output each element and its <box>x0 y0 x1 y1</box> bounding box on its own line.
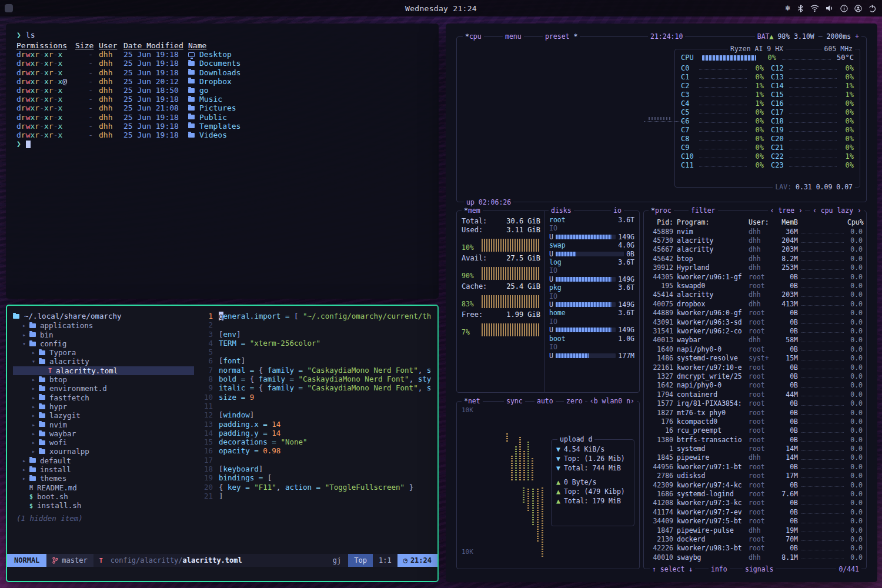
process-row[interactable]: 1 systemd root 14M 0.0 <box>647 444 863 453</box>
process-row[interactable]: 40075 dropbox dhh 413M 0.0 <box>647 299 863 308</box>
editor-line[interactable]: 18[keyboard] <box>195 465 437 473</box>
preset-button[interactable]: preset * <box>543 32 580 41</box>
editor-line[interactable]: 15decorations = "None" <box>195 437 437 446</box>
process-row[interactable]: 31541 kworker/u96:2-co root 0B 0.0 <box>647 326 863 335</box>
editor-line[interactable]: 20{ key = "F11", action = "ToggleFullscr… <box>195 483 437 492</box>
tree-item[interactable]: ▸ default <box>13 456 195 465</box>
tab-net[interactable]: *net <box>462 397 483 405</box>
tree-item[interactable]: ▸ nvim <box>13 420 195 429</box>
menu-icon[interactable] <box>5 4 13 12</box>
process-row[interactable]: 195 kswapd0 root 0B 0.0 <box>647 281 863 290</box>
col-pid[interactable]: Pid: <box>647 218 673 226</box>
tree-item[interactable]: ▸ wofi <box>13 438 195 447</box>
editor-line[interactable]: 7normal = { family = "CaskaydiaMono Nerd… <box>195 366 437 375</box>
process-row[interactable]: 2130 dockerd root 70M 0.0 <box>647 534 863 543</box>
tree-item[interactable]: ▸ environment.d <box>13 384 195 393</box>
window-ls-terminal[interactable]: ❯ ls Permissions Size User Date Modified… <box>6 24 439 299</box>
net-auto-toggle[interactable]: auto <box>534 397 556 405</box>
editor-line[interactable]: 16opacity = 0.98 <box>195 446 437 455</box>
process-row[interactable]: 45414 alacritty dhh 203M 0.0 <box>647 290 863 299</box>
col-mem[interactable]: MemB <box>776 218 798 226</box>
process-row[interactable]: 43091 kworker/u96:3-sd root 0B 0.0 <box>647 318 863 326</box>
editor-line[interactable]: 14padding.y = 14 <box>195 429 437 437</box>
editor-line[interactable]: 17 <box>195 456 437 465</box>
process-row[interactable]: 45642 btop dhh 8.2M 0.0 <box>647 254 863 263</box>
net-interface[interactable]: ‹b wlan0 n› <box>587 397 637 405</box>
process-row[interactable]: 1827 mt76-tx phy0 root 0B 0.0 <box>647 408 863 417</box>
tab-proc[interactable]: *proc <box>649 206 674 215</box>
process-row[interactable]: 1845 pipewire dhh 14M 0.0 <box>647 453 863 462</box>
select-controls[interactable]: ↑ select ↓ <box>650 565 695 573</box>
editor-pane[interactable]: 1general.import = [ "~/.config/omarchy/c… <box>195 306 437 554</box>
process-row[interactable]: 1640 napi/phy0-0 root 0B 0.0 <box>647 345 863 353</box>
tree-item[interactable]: ▸ waybar <box>13 429 195 438</box>
process-row[interactable]: 1486 systemd-resolve syst+ 15M 0.0 <box>647 353 863 362</box>
tree-item[interactable]: ▸ btop <box>13 375 195 384</box>
tree-item[interactable]: ▸ themes <box>13 474 195 483</box>
editor-line[interactable]: 13padding.x = 14 <box>195 420 437 429</box>
process-row[interactable]: 1847 pipewire-pulse dhh 19M 0.0 <box>647 526 863 534</box>
net-sync-toggle[interactable]: sync <box>504 397 525 405</box>
col-cpu[interactable]: Cpu% <box>847 218 863 226</box>
col-program[interactable]: Program: <box>677 218 745 226</box>
tab-cpu[interactable]: *cpu <box>463 32 484 41</box>
editor-line[interactable]: 3[env] <box>195 330 437 339</box>
process-row[interactable]: 16 rcu_preempt root 0B 0.0 <box>647 426 863 435</box>
process-row[interactable]: 44956 kworker/u97:1-bt root 0B 0.0 <box>647 462 863 471</box>
tab-mem[interactable]: *mem <box>462 206 483 215</box>
process-row[interactable]: 45730 alacritty dhh 204M 0.0 <box>647 236 863 245</box>
tree-root[interactable]: ~/.local/share/omarchy <box>13 312 195 320</box>
filter-button[interactable]: filter <box>689 206 718 215</box>
editor-line[interactable]: 19bindings = [ <box>195 473 437 482</box>
process-row[interactable]: 41174 kworker/u97:7-ev root 0B 0.0 <box>647 507 863 516</box>
tree-toggle[interactable]: ‹ tree › <box>768 206 805 215</box>
wifi-icon[interactable] <box>810 5 819 12</box>
tree-item[interactable]: ▾ config <box>13 339 195 348</box>
tree-item[interactable]: alacritty.toml <box>13 366 194 375</box>
editor-line[interactable]: 10size = 9 <box>195 393 437 402</box>
tree-item[interactable]: ▸ install <box>13 465 195 474</box>
tree-item[interactable]: install.sh <box>13 501 195 510</box>
process-row[interactable]: 1327 dmcrypt_write/25 root 0B 0.0 <box>647 372 863 380</box>
file-tree-pane[interactable]: ~/.local/share/omarchy ▸ applications ▸ … <box>7 306 195 554</box>
snowflake-icon[interactable]: ❄ <box>785 5 791 12</box>
command-line[interactable] <box>7 567 437 581</box>
net-zero-toggle[interactable]: zero <box>564 397 585 405</box>
process-row[interactable]: 1577 irq/81-PIXA3854: root 0B 0.0 <box>647 399 863 407</box>
editor-line[interactable]: 11 <box>195 402 437 410</box>
editor-line[interactable]: 6[font] <box>195 356 437 365</box>
sort-selector[interactable]: ‹ cpu lazy › <box>810 206 864 215</box>
process-row[interactable]: 42226 kworker/u98:3-bt root 0B 0.0 <box>647 544 863 553</box>
editor-line[interactable]: 5 <box>195 348 437 356</box>
tree-item[interactable]: ▸ hypr <box>13 402 195 411</box>
process-row[interactable]: 1794 containerd root 44M 0.0 <box>647 390 863 399</box>
editor-line[interactable]: 8bold = { family = "CaskaydiaMono Nerd F… <box>195 375 437 383</box>
tree-item[interactable]: ▸ fastfetch <box>13 393 195 402</box>
editor-line[interactable]: 21] <box>195 492 437 500</box>
editor-line[interactable]: 9italic = { family = "CaskaydiaMono Nerd… <box>195 383 437 392</box>
process-row[interactable]: 41208 kworker/u97:3-kc root 0B 0.0 <box>647 499 863 507</box>
window-neovim[interactable]: ~/.local/share/omarchy ▸ applications ▸ … <box>6 305 439 582</box>
bluetooth-icon[interactable] <box>797 5 804 12</box>
window-btop[interactable]: *cpu menu preset * 21:24:10 BAT▲ 98% 3.1… <box>446 24 877 582</box>
tree-item[interactable]: boot.sh <box>13 492 195 501</box>
process-row[interactable]: 1686 systemd-logind root 7.6M 0.0 <box>647 489 863 498</box>
tree-item[interactable]: ▸ lazygit <box>13 411 195 420</box>
tree-item[interactable]: ▸ applications <box>13 321 195 330</box>
process-row[interactable]: 2786 udisksd root 17M 0.0 <box>647 472 863 480</box>
process-row[interactable]: 45667 alacritty dhh 203M 0.0 <box>647 245 863 254</box>
editor-line[interactable]: 1general.import = [ "~/.config/omarchy/c… <box>195 312 437 320</box>
power-icon[interactable] <box>868 5 876 12</box>
tree-item[interactable]: ▸ Typora <box>13 348 195 357</box>
net-panel-title[interactable]: upload d <box>557 435 594 443</box>
process-row[interactable]: 42309 kworker/u97:4-kc root 0B 0.0 <box>647 480 863 489</box>
refresh-plus-button[interactable]: + <box>855 32 859 41</box>
process-row[interactable]: 45889 nvim dhh 36M 0.0 <box>647 227 863 236</box>
tree-item[interactable]: ▾ alacritty <box>13 357 195 366</box>
menu-button[interactable]: menu <box>503 32 524 41</box>
process-row[interactable]: 22161 kworker/u97:10-e root 0B 0.0 <box>647 363 863 372</box>
disks-toggle[interactable]: disks <box>549 206 574 215</box>
editor-line[interactable]: 2 <box>195 320 437 329</box>
process-row[interactable]: 176 kcompactd0 root 0B 0.0 <box>647 417 863 426</box>
col-user[interactable]: User: <box>749 218 772 226</box>
